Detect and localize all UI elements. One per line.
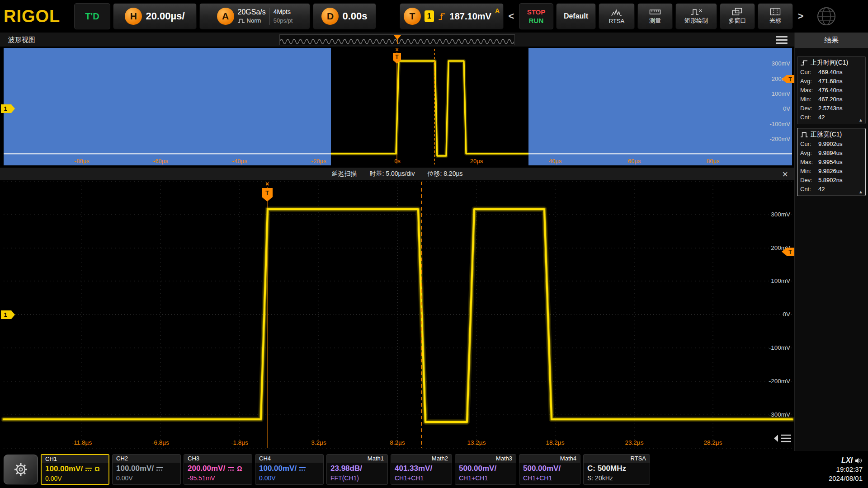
delayed-sweep-bar: 延迟扫描 时基: 5.00µs/div 位移: 8.20µs ×	[0, 167, 794, 181]
svg-text:-80µs: -80µs	[75, 158, 90, 164]
clock-time: 19:02:37	[829, 465, 863, 474]
waveform-menu-icon[interactable]	[776, 36, 788, 44]
svg-text:×: ×	[395, 47, 398, 53]
svg-text:28.2µs: 28.2µs	[704, 439, 722, 446]
svg-text:T: T	[395, 54, 399, 60]
channel-label: CH4	[255, 455, 323, 463]
dc-coupling-icon	[85, 467, 92, 472]
results-panel: 结果 上升时间(C1) Cur:469.40ns Avg:471.68ns Ma…	[794, 33, 868, 451]
rising-edge-icon	[438, 10, 446, 23]
dc-coupling-icon	[227, 466, 235, 471]
delay-tile[interactable]: D 0.00s	[313, 3, 376, 29]
measure-button[interactable]: 测量	[637, 3, 673, 29]
rtsa-tile[interactable]: RTSA C: 500MHz S: 20kHz	[583, 454, 650, 485]
trigger-level: 187.10mV	[450, 11, 491, 22]
acquire-badge: A	[217, 8, 234, 25]
channel-tile-ch2[interactable]: CH2 100.00mV/ 0.00V	[112, 454, 181, 485]
globe-button[interactable]	[808, 5, 844, 27]
trigger-status-label: T'D	[85, 11, 99, 22]
channel-scale: 100.00mV/	[45, 465, 83, 474]
zoom-shade-left	[4, 48, 331, 165]
expand-right-icon[interactable]: >	[796, 10, 806, 22]
rigol-logo: RIGOL	[4, 7, 71, 26]
svg-text:-100mV: -100mV	[769, 344, 790, 351]
rect-wave-icon	[690, 8, 702, 16]
impedance-label: Ω	[94, 465, 99, 473]
run-label: RUN	[529, 16, 544, 25]
bottom-bar: CH1 100.00mV/ Ω 0.00V CH2 100.00mV/	[0, 451, 868, 488]
svg-text:0V: 0V	[783, 311, 790, 318]
timebase-nav-strip[interactable]	[279, 34, 515, 45]
math-expression: CH1+CH1	[395, 474, 448, 483]
svg-text:18.2µs: 18.2µs	[546, 439, 565, 446]
svg-text:40µs: 40µs	[549, 158, 562, 164]
channel-label: CH1	[42, 455, 108, 463]
svg-text:1: 1	[4, 311, 7, 318]
delayed-sweep-offset: 位移: 8.20µs	[427, 170, 462, 178]
channel-scale: 100.00mV/	[116, 464, 154, 473]
pulse-width-icon	[800, 131, 808, 138]
trigger-tile[interactable]: T 1 187.10mV A	[400, 3, 504, 29]
channel-offset: -95.51mV	[188, 474, 248, 483]
delay-badge: D	[321, 8, 339, 25]
overview-plot[interactable]: 300mV 200mV 100mV 0V -100mV -200mV -80µs…	[0, 47, 794, 167]
channel-tile-ch1[interactable]: CH1 100.00mV/ Ω 0.00V	[41, 454, 109, 485]
channel-offset: 0.00V	[259, 474, 320, 483]
cursor-icon	[770, 8, 781, 16]
measurement-card-rise-time[interactable]: 上升时间(C1) Cur:469.40ns Avg:471.68ns Max:4…	[797, 56, 866, 124]
waveform-view-title: 波形视图	[8, 36, 35, 44]
math-scale: 23.98dB/	[330, 463, 384, 474]
svg-text:100mV: 100mV	[771, 277, 790, 284]
ruler-icon	[649, 8, 661, 16]
svg-text:300mV: 300mV	[771, 211, 790, 218]
channel-scale: 100.00mV/	[259, 464, 297, 473]
card-expand-icon[interactable]: ▲	[859, 117, 863, 122]
math-label: Math4	[519, 455, 580, 463]
measurement-card-pulse-width[interactable]: 正脉宽(C1) Cur:9.9902us Avg:9.9894us Max:9.…	[797, 128, 866, 196]
cursor-button[interactable]: 光标	[758, 3, 793, 29]
math-expression: CH1+CH1	[523, 474, 576, 483]
rtsa-span: S: 20kHz	[587, 474, 646, 483]
sample-resolution: 50ps/pt	[274, 16, 293, 25]
rect-draw-button[interactable]: 矩形绘制	[675, 3, 717, 29]
trigger-coupling: A	[495, 7, 500, 14]
trigger-source-box: 1	[425, 10, 434, 22]
nav-strip-waveform	[280, 35, 514, 45]
math-tile-math1[interactable]: Math1 23.98dB/ FFT(CH1)	[326, 454, 388, 485]
acquire-tile[interactable]: A 20GSa/s Norm 4Mpts 50ps/pt	[199, 3, 310, 29]
top-bar: RIGOL T'D H 20.00µs/ A 20GSa/s Norm 4Mpt…	[0, 0, 868, 33]
rtsa-button[interactable]: RTSA	[599, 3, 635, 29]
svg-text:-20µs: -20µs	[311, 158, 326, 164]
globe-icon	[816, 5, 837, 27]
channel-tile-ch3[interactable]: CH3 200.00mV/ Ω -95.51mV	[184, 454, 252, 485]
svg-text:-1.8µs: -1.8µs	[231, 439, 248, 446]
math-tile-math3[interactable]: Math3 500.00mV/ CH1+CH1	[455, 454, 516, 485]
svg-text:-6.8µs: -6.8µs	[152, 439, 169, 446]
math-tile-math4[interactable]: Math4 500.00mV/ CH1+CH1	[519, 454, 580, 485]
default-button[interactable]: Default	[556, 3, 596, 29]
channel-tile-ch4[interactable]: CH4 100.00mV/ 0.00V	[255, 454, 324, 485]
channel-label: CH3	[184, 455, 252, 463]
svg-text:T: T	[788, 249, 792, 255]
speaker-icon[interactable]	[855, 457, 863, 464]
collapse-left-icon[interactable]: <	[506, 10, 516, 22]
main-plot[interactable]: 300mV 200mV 100mV 0V -100mV -200mV -300m…	[0, 181, 794, 451]
math-tile-math2[interactable]: Math2 401.33mV/ CH1+CH1	[391, 454, 452, 485]
trigger-status-tile[interactable]: T'D	[74, 3, 110, 29]
svg-text:1: 1	[4, 105, 7, 112]
multi-window-button[interactable]: 多窗口	[720, 3, 755, 29]
stop-run-button[interactable]: STOP RUN	[519, 3, 553, 29]
zoom-shade-right	[528, 48, 792, 165]
settings-button[interactable]	[4, 455, 38, 484]
close-icon[interactable]: ×	[782, 168, 788, 181]
trigger-badge: T	[404, 8, 421, 25]
svg-text:0V: 0V	[783, 105, 790, 112]
svg-text:80µs: 80µs	[707, 158, 720, 164]
horizontal-badge: H	[125, 8, 142, 25]
sample-rate: 20GSa/s	[238, 8, 266, 16]
dc-coupling-icon	[299, 466, 306, 471]
horizontal-tile[interactable]: H 20.00µs/	[113, 3, 197, 29]
card-expand-icon[interactable]: ▲	[859, 189, 863, 194]
svg-text:-11.8µs: -11.8µs	[72, 439, 92, 446]
svg-text:60µs: 60µs	[628, 158, 641, 164]
